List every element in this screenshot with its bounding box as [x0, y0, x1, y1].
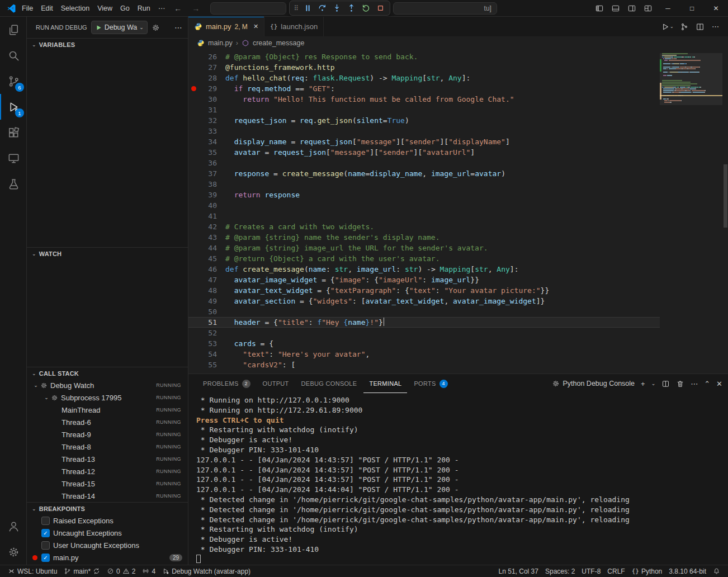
section-breakpoints[interactable]: ⌄BREAKPOINTS	[27, 502, 188, 514]
editor-scrollbar[interactable]	[722, 51, 728, 373]
code-line-48[interactable]: 48 avatar_text_widget = {"textParagraph"…	[188, 285, 660, 296]
notifications-bell[interactable]	[710, 567, 724, 575]
sidebar-more-icon[interactable]: ⋯	[174, 23, 182, 32]
menu-view[interactable]: View	[93, 0, 116, 17]
branch-status[interactable]: main*	[60, 567, 103, 575]
back-icon[interactable]: ←	[169, 4, 187, 13]
scrollbar-thumb[interactable]	[724, 164, 727, 228]
debug-config-dropdown[interactable]: Debug Wa ⌄	[91, 21, 148, 34]
code-lines[interactable]: 26# @param {Object} res Response to send…	[188, 51, 660, 373]
python-interpreter[interactable]: 3.8.10 64-bit	[665, 567, 710, 575]
ports-status[interactable]: 4	[139, 567, 159, 575]
code-line-49[interactable]: 49 avatar_section = {"widgets": [avatar_…	[188, 296, 660, 306]
encoding-status[interactable]: UTF-8	[578, 567, 604, 575]
call-stack-item[interactable]: Thread-13RUNNING	[27, 453, 188, 465]
remote-indicator[interactable]: WSL: Ubuntu	[4, 567, 60, 575]
run-dropdown-icon[interactable]: ⌄	[670, 24, 675, 29]
code-line-28[interactable]: 28def hello_chat(req: flask.Request) -> …	[188, 73, 660, 83]
breakpoint-checkbox[interactable]: ✓	[41, 529, 50, 537]
tab-main.py[interactable]: main.py2, M✕	[188, 17, 264, 36]
activity-source-control[interactable]: 6	[0, 68, 26, 94]
call-stack-item[interactable]: ⌄Subprocess 17995RUNNING	[27, 391, 188, 404]
breakpoint-dot[interactable]	[191, 86, 196, 91]
code-line-41[interactable]: 41	[188, 211, 660, 221]
code-line-38[interactable]: 38	[188, 179, 660, 190]
forward-icon[interactable]: →	[187, 4, 205, 13]
code-line-39[interactable]: 39 return response	[188, 190, 660, 200]
code-line-31[interactable]: 31	[188, 105, 660, 115]
restart-button[interactable]	[359, 2, 373, 15]
call-stack-item[interactable]: Thread-9RUNNING	[27, 428, 188, 441]
code-line-37[interactable]: 37 response = create_message(name=displa…	[188, 168, 660, 179]
terminal-dropdown-icon[interactable]: ⌄	[651, 381, 656, 386]
split-terminal-icon[interactable]	[661, 380, 670, 388]
call-stack-item[interactable]: Thread-15RUNNING	[27, 477, 188, 490]
editor-more-icon[interactable]: ⋯	[708, 20, 722, 34]
breakpoint-item[interactable]: ✓main.py29	[27, 551, 188, 564]
breadcrumb-symbol[interactable]: create_message	[253, 39, 304, 47]
step-into-button[interactable]	[330, 2, 344, 15]
section-watch[interactable]: ⌄WATCH	[27, 247, 188, 259]
menu-selection[interactable]: Selection	[57, 0, 93, 17]
problems-status[interactable]: 02	[103, 567, 139, 575]
call-stack-item[interactable]: Thread-14RUNNING	[27, 490, 188, 502]
code-line-26[interactable]: 26# @param {Object} res Response to send…	[188, 51, 660, 62]
code-line-35[interactable]: 35 avatar = request_json["message"]["sen…	[188, 147, 660, 158]
toggle-sidebar-icon[interactable]	[591, 0, 607, 17]
code-line-33[interactable]: 33	[188, 126, 660, 136]
code-line-53[interactable]: 53 cards = {	[188, 338, 660, 349]
account-button[interactable]	[0, 513, 26, 539]
activity-extensions[interactable]	[0, 120, 26, 145]
code-line-36[interactable]: 36	[188, 158, 660, 168]
code-line-27[interactable]: 27@functions_framework.http	[188, 62, 660, 73]
code-line-46[interactable]: 46def create_message(name: str, image_ur…	[188, 264, 660, 275]
code-line-47[interactable]: 47 avatar_image_widget = {"image": {"ima…	[188, 275, 660, 285]
code-line-51[interactable]: 51 header = {"title": f"Hey {name}!"}	[188, 317, 660, 328]
customize-layout-icon[interactable]	[640, 0, 656, 17]
split-editor-icon[interactable]	[693, 20, 707, 34]
breakpoint-item[interactable]: ✓Uncaught Exceptions	[27, 527, 188, 539]
code-line-40[interactable]: 40	[188, 200, 660, 211]
call-stack-item[interactable]: Thread-8RUNNING	[27, 441, 188, 453]
pause-button[interactable]	[301, 2, 315, 15]
indentation-status[interactable]: Spaces: 2	[542, 567, 578, 575]
minimize-button[interactable]: ─	[656, 0, 680, 17]
panel-tab-ports[interactable]: PORTS4	[408, 374, 453, 393]
window-title[interactable]: tu]	[393, 2, 497, 15]
section-call-stack[interactable]: ⌄CALL STACK	[27, 367, 188, 379]
breadcrumb-file[interactable]: main.py	[208, 39, 233, 47]
step-out-button[interactable]	[344, 2, 358, 15]
code-line-29[interactable]: 29 if req.method == "GET":	[188, 83, 660, 94]
call-stack-item[interactable]: ⌄Debug WatchRUNNING	[27, 379, 188, 391]
menu-more-icon[interactable]: ⋯	[154, 0, 169, 17]
code-line-52[interactable]: 52	[188, 328, 660, 338]
activity-testing[interactable]	[0, 171, 26, 197]
code-line-32[interactable]: 32 request_json = req.get_json(silent=Tr…	[188, 115, 660, 126]
drag-handle-icon[interactable]: ⠿	[292, 4, 300, 12]
code-line-55[interactable]: 55 "cardsV2": [	[188, 360, 660, 370]
activity-search[interactable]	[0, 42, 26, 68]
menu-go[interactable]: Go	[116, 0, 134, 17]
close-button[interactable]: ✕	[704, 0, 728, 17]
panel-tab-output[interactable]: OUTPUT	[257, 374, 295, 393]
activity-explorer[interactable]	[0, 17, 26, 42]
breakpoint-checkbox[interactable]	[41, 541, 50, 550]
debug-gear-icon[interactable]	[152, 23, 160, 32]
activity-remote-explorer[interactable]	[0, 145, 26, 171]
call-stack-item[interactable]: Thread-6RUNNING	[27, 416, 188, 428]
activity-run-debug[interactable]: 1	[0, 94, 26, 120]
kill-terminal-icon[interactable]	[676, 380, 684, 388]
terminal-output[interactable]: * Running on http://127.0.0.1:9000 * Run…	[188, 393, 728, 565]
panel-tab-terminal[interactable]: TERMINAL	[363, 374, 407, 393]
settings-button[interactable]	[0, 539, 26, 565]
code-line-50[interactable]: 50	[188, 306, 660, 317]
code-line-43[interactable]: 43# @param {string} name the sender's di…	[188, 232, 660, 243]
breakpoint-checkbox[interactable]: ✓	[41, 554, 50, 562]
breakpoint-item[interactable]: User Uncaught Exceptions	[27, 539, 188, 551]
section-variables[interactable]: ⌄VARIABLES	[27, 38, 188, 50]
menu-edit[interactable]: Edit	[37, 0, 57, 17]
maximize-button[interactable]: □	[680, 0, 704, 17]
step-over-button[interactable]	[315, 2, 329, 15]
minimap[interactable]	[660, 51, 722, 373]
code-line-42[interactable]: 42# Creates a card with two widgets.	[188, 221, 660, 232]
